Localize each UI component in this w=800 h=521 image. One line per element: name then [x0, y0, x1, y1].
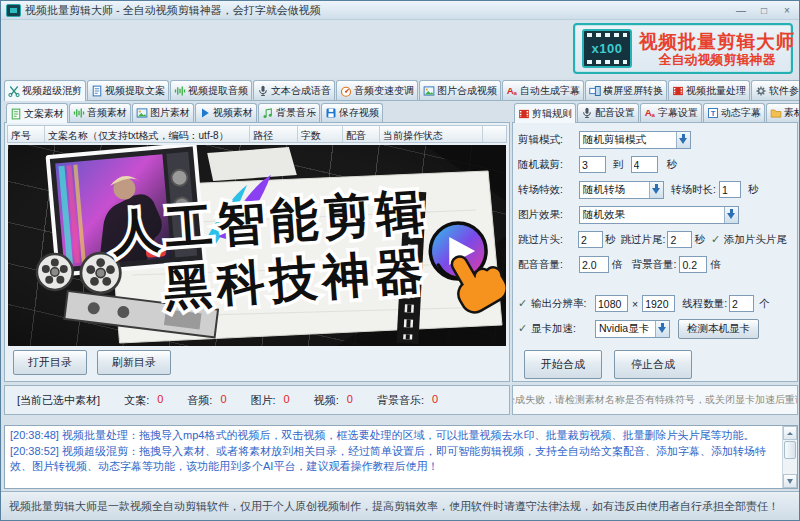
tab-save-video[interactable]: 保存视频: [321, 103, 383, 122]
tab-edit-rules[interactable]: 剪辑规则: [514, 103, 576, 123]
bgm-volume-input[interactable]: [679, 256, 707, 273]
svg-text:A: A: [507, 85, 514, 96]
seconds-unit: 秒: [694, 233, 705, 247]
scroll-thumb[interactable]: [784, 441, 796, 459]
brand-title: 视频批量剪辑大师: [639, 31, 795, 52]
chevron-down-icon[interactable]: [649, 182, 663, 198]
refresh-directory-button[interactable]: 刷新目录: [97, 350, 171, 375]
tab-material-directory[interactable]: 素材目录: [766, 103, 800, 122]
tab-voice-settings[interactable]: 配音设置: [577, 103, 639, 122]
resolution-width-input[interactable]: [595, 295, 628, 312]
tab-batch-process[interactable]: 视频批量处理: [668, 80, 750, 100]
tab-screen-rotate[interactable]: 横屏竖屏转换: [585, 80, 667, 100]
tab-settings[interactable]: 软件参数设置: [751, 80, 800, 100]
image-effect-label: 图片效果:: [518, 208, 576, 222]
tab-audio-speed-pitch[interactable]: 音频变速变调: [336, 80, 418, 100]
chevron-down-icon[interactable]: [724, 207, 738, 223]
threads-label: 线程数量:: [682, 297, 727, 311]
document-icon: [91, 85, 103, 97]
music-note-icon: [262, 107, 274, 119]
seconds-unit: 秒: [667, 158, 678, 172]
col-voice[interactable]: 配音: [343, 126, 380, 142]
tab-extract-audio[interactable]: 视频提取音频: [170, 80, 252, 100]
tab-text-to-speech[interactable]: 文本合成语音: [253, 80, 335, 100]
detect-gpu-button[interactable]: 检测本机显卡: [678, 319, 759, 339]
window-title: 视频批量剪辑大师 - 全自动视频剪辑神器，会打字就会做视频: [25, 3, 321, 18]
tab-video-material[interactable]: 视频素材: [195, 103, 257, 122]
transition-duration-input[interactable]: [719, 181, 741, 198]
brand-box: x100 视频批量剪辑大师 全自动视频剪辑神器: [573, 23, 793, 74]
scroll-down-icon[interactable]: [783, 474, 797, 488]
gpu-select[interactable]: Nvidia显卡: [595, 320, 670, 338]
col-index[interactable]: 序号: [8, 126, 45, 142]
threads-input[interactable]: [729, 295, 754, 312]
tab-bgm-material[interactable]: 背景音乐: [258, 103, 320, 122]
transition-select[interactable]: 随机转场: [579, 181, 664, 199]
maximize-button[interactable]: □: [757, 3, 771, 18]
add-intro-outro-label: 添加片头片尾: [724, 233, 787, 247]
banner-art: 人工智能剪辑 黑科技神器: [8, 145, 506, 346]
tab-video-super-mix[interactable]: 视频超级混剪: [4, 80, 86, 101]
brand-subtitle: 全自动视频剪辑神器: [659, 52, 776, 67]
skip-outro-input[interactable]: [667, 231, 692, 248]
subtitle-a-icon: Aa: [644, 107, 656, 119]
close-button[interactable]: ×: [780, 3, 794, 18]
svg-text:T: T: [711, 109, 716, 118]
tab-image-material[interactable]: 图片素材: [132, 103, 194, 122]
resolution-checkbox[interactable]: ✓: [518, 297, 529, 310]
tab-auto-subtitle[interactable]: Aa 自动生成字幕: [502, 80, 584, 100]
header: x100 视频批量剪辑大师 全自动视频剪辑神器: [1, 20, 799, 77]
film-badge-icon: x100: [582, 29, 632, 68]
tab-audio-material[interactable]: 音频素材: [69, 103, 131, 122]
selection-prefix: [当前已选中素材]: [17, 393, 100, 408]
film-reel-icon: [37, 254, 73, 290]
clip-mode-select[interactable]: 随机剪辑模式: [579, 131, 691, 149]
col-path[interactable]: 路径: [250, 126, 298, 142]
times-unit: 倍: [710, 258, 721, 272]
titlebar: 视频批量剪辑大师 - 全自动视频剪辑神器，会打字就会做视频 — □ ×: [1, 1, 799, 20]
scroll-up-icon[interactable]: [783, 426, 797, 440]
waveform-icon: [73, 107, 85, 119]
chevron-down-icon[interactable]: [676, 132, 690, 148]
selection-label: 视频:: [314, 393, 339, 408]
gpu-checkbox[interactable]: ✓: [518, 322, 529, 335]
start-synthesis-button[interactable]: 开始合成: [524, 350, 602, 379]
rules-panel: 剪辑规则 配音设置 Aa 字幕设置 T 动态字幕 素材目录 剪辑模式:: [512, 102, 798, 382]
log-scrollbar[interactable]: [782, 426, 797, 488]
transition-duration-label: 转场时长:: [671, 183, 716, 197]
add-intro-outro-checkbox[interactable]: ✓: [711, 233, 722, 246]
col-status[interactable]: 当前操作状态: [380, 126, 483, 142]
log-line: [20:38:48] 视频批量处理：拖拽导入mp4格式的视频后，双击视频，框选要…: [10, 428, 779, 444]
resolution-height-input[interactable]: [642, 295, 675, 312]
log-line: [20:38:52] 视频超级混剪：拖拽导入素材、或者将素材放到相关目录，经过简…: [10, 444, 779, 475]
selection-label: 文案:: [124, 393, 149, 408]
voice-volume-input[interactable]: [579, 256, 609, 273]
voice-volume-label: 配音音量:: [518, 258, 576, 272]
col-words[interactable]: 字数: [298, 126, 343, 142]
col-name[interactable]: 文案名称（仅支持txt格式，编码：utf-8）: [45, 126, 250, 142]
dynamic-text-icon: T: [707, 107, 719, 119]
material-list-box: 序号 文案名称（仅支持txt格式，编码：utf-8） 路径 字数 配音 当前操作…: [4, 122, 510, 382]
material-panel: 文案素材 音频素材 图片素材 视频素材 背景音乐 保存视频: [4, 102, 510, 382]
selection-label: 背景音乐:: [377, 393, 424, 408]
cut-to-input[interactable]: [631, 156, 658, 173]
filmstrip-icon: [672, 85, 684, 97]
tab-image-to-video[interactable]: 图片合成视频: [419, 80, 501, 100]
cut-from-input[interactable]: [579, 156, 606, 173]
seconds-unit: 秒: [748, 183, 759, 197]
svg-text:A: A: [645, 107, 652, 118]
rotate-screen-icon: [589, 85, 601, 97]
log-area[interactable]: [20:38:48] 视频批量处理：拖拽导入mp4格式的视频后，双击视频，框选要…: [4, 425, 798, 489]
tab-subtitle-settings[interactable]: Aa 字幕设置: [640, 103, 702, 122]
stop-synthesis-button[interactable]: 停止合成: [614, 350, 692, 379]
tab-dynamic-subtitle[interactable]: T 动态字幕: [703, 103, 765, 122]
tab-text-material[interactable]: 文案素材: [6, 103, 68, 123]
image-effect-select[interactable]: 随机效果: [579, 206, 739, 224]
open-directory-button[interactable]: 打开目录: [13, 350, 87, 375]
tab-extract-text[interactable]: 视频提取文案: [87, 80, 169, 100]
synthesis-alert: 合成失败，请检测素材名称是否有特殊符号，或关闭显卡加速后重试: [512, 385, 798, 415]
skip-intro-input[interactable]: [578, 231, 603, 248]
rules-form-box: 剪辑模式: 随机剪辑模式 随机裁剪: 到 秒 转场特效: 随机转: [512, 122, 798, 382]
minimize-button[interactable]: —: [734, 3, 748, 18]
chevron-down-icon[interactable]: [655, 321, 669, 337]
